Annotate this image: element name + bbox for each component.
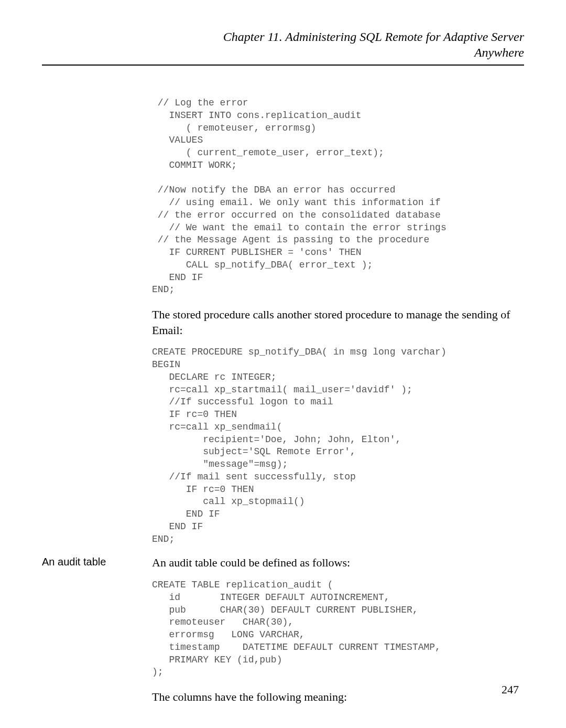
page: Chapter 11. Administering SQL Remote for…	[0, 0, 566, 728]
paragraph-2: An audit table could be defined as follo…	[152, 555, 519, 571]
code-block-2: CREATE PROCEDURE sp_notify_DBA( in msg l…	[152, 346, 519, 545]
header-line-1: Chapter 11. Administering SQL Remote for…	[223, 30, 524, 44]
header-line-2: Anywhere	[474, 46, 524, 59]
sidebar-label-audit: An audit table	[42, 555, 152, 568]
paragraph-1: The stored procedure calls another store…	[152, 307, 519, 338]
header-rule	[42, 65, 524, 66]
audit-section-row: An audit table An audit table could be d…	[42, 555, 524, 713]
running-header: Chapter 11. Administering SQL Remote for…	[42, 29, 524, 60]
code-block-1: // Log the error INSERT INTO cons.replic…	[152, 97, 519, 296]
body-column: // Log the error INSERT INTO cons.replic…	[152, 97, 519, 545]
content-area: // Log the error INSERT INTO cons.replic…	[42, 97, 524, 713]
page-number: 247	[502, 683, 519, 697]
audit-body: An audit table could be defined as follo…	[152, 555, 519, 713]
paragraph-3: The columns have the following meaning:	[152, 689, 519, 705]
code-block-3: CREATE TABLE replication_audit ( id INTE…	[152, 579, 519, 679]
